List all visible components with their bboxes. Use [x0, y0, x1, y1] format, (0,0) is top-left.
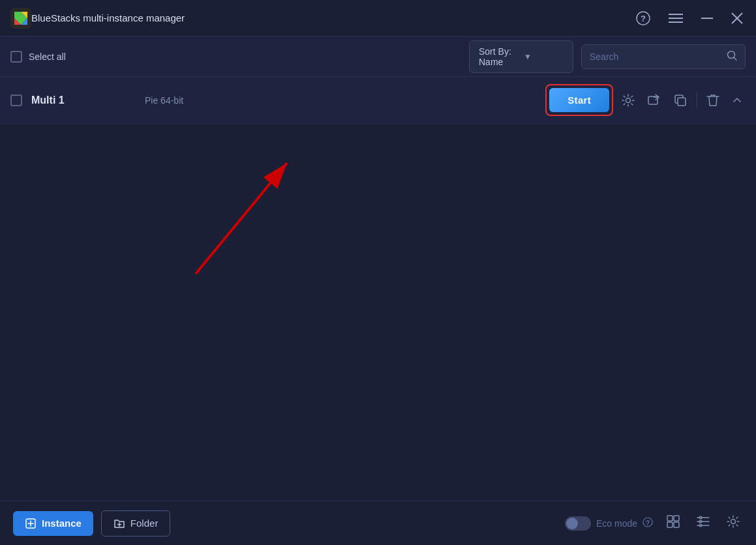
- svg-rect-29: [674, 516, 679, 521]
- list-view-button[interactable]: [693, 512, 713, 535]
- annotation-arrow: [0, 124, 756, 501]
- window-controls: ?: [633, 8, 746, 28]
- eco-mode-help-icon: ?: [643, 517, 653, 529]
- sort-arrow-icon: ▼: [524, 52, 564, 61]
- sort-label: Sort By: Name: [479, 46, 519, 67]
- toggle-knob: [566, 518, 578, 529]
- search-box: [581, 44, 746, 69]
- eco-mode-area: Eco mode ?: [565, 516, 653, 531]
- instance-row: Multi 1 Pie 64-bit Start: [0, 77, 756, 124]
- sort-dropdown[interactable]: Sort By: Name ▼: [469, 40, 573, 73]
- title-bar: BlueStacks multi-instance manager ?: [0, 0, 756, 37]
- start-btn-wrapper: Start: [549, 88, 609, 112]
- select-all-checkbox[interactable]: [10, 51, 22, 63]
- svg-rect-16: [648, 96, 658, 104]
- delete-icon-button[interactable]: [704, 91, 722, 110]
- select-all-label: Select all: [29, 52, 66, 62]
- svg-rect-28: [667, 516, 673, 521]
- folder-button-label: Folder: [130, 518, 159, 529]
- svg-point-38: [731, 520, 736, 524]
- svg-line-14: [734, 57, 736, 60]
- eco-mode-toggle[interactable]: [565, 516, 591, 531]
- bottom-right: Eco mode ?: [565, 512, 743, 535]
- svg-text:?: ?: [641, 14, 646, 23]
- grid-view-button[interactable]: [663, 512, 683, 535]
- instance-name: Multi 1: [31, 95, 136, 106]
- svg-rect-31: [674, 522, 679, 527]
- svg-text:?: ?: [646, 520, 650, 527]
- start-button[interactable]: Start: [549, 88, 609, 112]
- app-logo: [10, 8, 31, 29]
- close-button[interactable]: [729, 10, 746, 27]
- instance-checkbox[interactable]: [10, 95, 22, 106]
- minimize-button[interactable]: [699, 12, 716, 25]
- main-content: Multi 1 Pie 64-bit Start: [0, 77, 756, 501]
- expand-icon-button[interactable]: [729, 92, 746, 109]
- share-icon-button[interactable]: [644, 91, 664, 110]
- row-actions: [618, 91, 746, 110]
- svg-line-20: [196, 163, 287, 274]
- menu-button[interactable]: [666, 10, 686, 26]
- bottom-bar: Instance Folder Eco mode ?: [0, 501, 756, 545]
- global-settings-button[interactable]: [723, 512, 743, 535]
- instance-os: Pie 64-bit: [145, 95, 540, 106]
- toolbar: Select all Sort By: Name ▼: [0, 37, 756, 77]
- search-input[interactable]: [590, 52, 721, 62]
- new-folder-button[interactable]: Folder: [101, 510, 171, 537]
- eco-mode-label: Eco mode: [596, 518, 637, 529]
- svg-rect-30: [667, 522, 673, 527]
- settings-icon-button[interactable]: [618, 91, 638, 110]
- svg-point-15: [626, 98, 631, 102]
- app-title: BlueStacks multi-instance manager: [31, 12, 633, 23]
- search-icon: [727, 50, 737, 63]
- select-all-area: Select all: [10, 51, 461, 63]
- row-divider: [697, 93, 697, 108]
- copy-icon-button[interactable]: [671, 91, 690, 110]
- new-instance-button[interactable]: Instance: [13, 511, 93, 536]
- instance-button-label: Instance: [42, 518, 82, 529]
- help-button[interactable]: ?: [633, 8, 653, 28]
- svg-rect-18: [678, 98, 686, 106]
